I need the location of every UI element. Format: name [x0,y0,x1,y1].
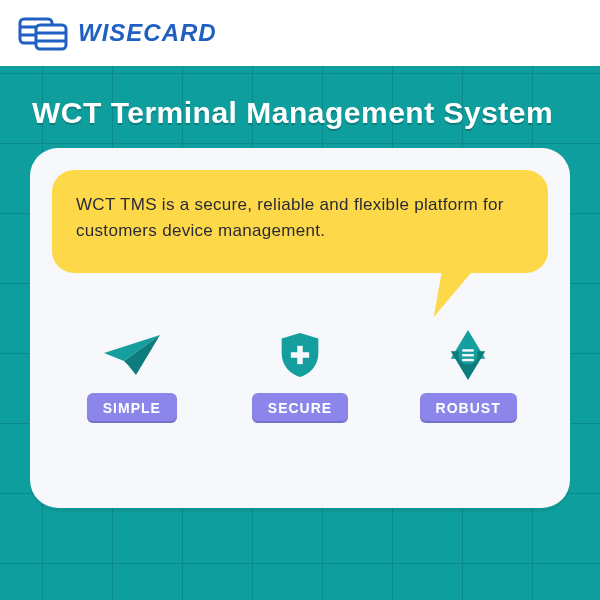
svg-rect-9 [291,352,309,358]
paper-plane-icon [102,331,162,379]
hero-section: WCT Terminal Management System WCT TMS i… [0,66,600,600]
feature-label: SECURE [252,393,348,423]
triangle-stack-icon [438,331,498,379]
top-bar: WISECARD [0,0,600,66]
brand-name: WISECARD [78,19,217,47]
speech-bubble-tail-icon [434,269,474,317]
feature-row: SIMPLE SECURE [72,331,528,423]
svg-rect-13 [462,349,474,351]
feature-secure: SECURE [240,331,360,423]
feature-simple: SIMPLE [72,331,192,423]
page: WISECARD WCT Terminal Management System … [0,0,600,600]
info-card: WCT TMS is a secure, reliable and flexib… [30,148,570,508]
svg-rect-15 [462,359,474,361]
feature-robust: ROBUST [408,331,528,423]
brand-logo-icon [18,13,68,53]
feature-label: ROBUST [420,393,517,423]
svg-rect-3 [36,25,66,49]
page-title: WCT Terminal Management System [30,88,570,148]
svg-rect-14 [462,354,474,356]
feature-label: SIMPLE [87,393,177,423]
speech-bubble: WCT TMS is a secure, reliable and flexib… [52,170,548,273]
bubble-text: WCT TMS is a secure, reliable and flexib… [52,170,548,273]
shield-plus-icon [270,331,330,379]
